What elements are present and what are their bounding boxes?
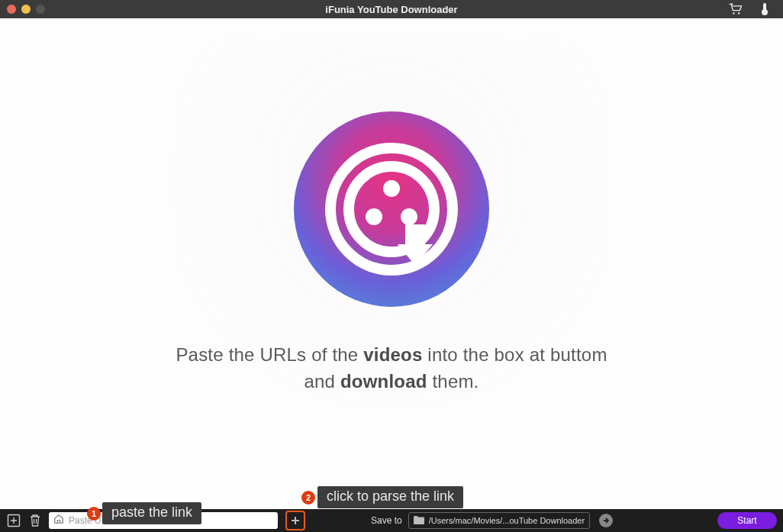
svg-point-3: [762, 9, 768, 15]
svg-point-4: [294, 111, 489, 307]
save-path-text: /Users/mac/Movies/...ouTube Downloader: [429, 516, 585, 525]
folder-icon: [414, 514, 424, 527]
titlebar: iFunia YouTube Downloader: [0, 0, 783, 18]
svg-point-7: [383, 180, 400, 197]
cart-icon[interactable]: [728, 2, 743, 17]
instruction-part: into the box at buttom: [423, 344, 607, 365]
tutorial-callout-2: click to parse the link: [317, 486, 463, 508]
home-icon[interactable]: [53, 514, 64, 527]
tutorial-callout-1: paste the link: [102, 502, 201, 524]
trash-icon[interactable]: [27, 513, 43, 528]
window-title: iFunia YouTube Downloader: [0, 4, 783, 15]
instruction-part: them.: [427, 371, 479, 392]
svg-point-1: [738, 12, 740, 14]
app-window: iFunia YouTube Downloader: [0, 0, 783, 532]
thermometer-icon[interactable]: [757, 2, 772, 17]
parse-url-button[interactable]: [285, 511, 305, 530]
main-content: Paste the URLs of the videos into the bo…: [0, 18, 783, 509]
traffic-lights: [7, 5, 45, 14]
instruction-part: Paste the URLs of the: [176, 344, 363, 365]
instruction-bold: download: [340, 371, 427, 392]
svg-point-9: [401, 208, 417, 225]
tutorial-badge-2: 2: [301, 491, 315, 505]
start-button[interactable]: Start: [717, 512, 777, 529]
svg-point-8: [366, 208, 382, 225]
close-window-button[interactable]: [7, 5, 16, 14]
tutorial-badge-1: 1: [87, 507, 101, 521]
svg-rect-10: [405, 224, 425, 244]
svg-point-0: [733, 12, 734, 14]
app-logo: [292, 110, 491, 311]
instruction-text: Paste the URLs of the videos into the bo…: [176, 342, 607, 395]
save-path-field[interactable]: /Users/mac/Movies/...ouTube Downloader: [408, 512, 590, 529]
save-to-label: Save to: [371, 515, 402, 526]
zoom-window-button[interactable]: [36, 5, 45, 14]
instruction-bold: videos: [363, 344, 422, 365]
instruction-part: and: [304, 371, 340, 392]
minimize-window-button[interactable]: [21, 5, 31, 14]
add-box-icon[interactable]: [6, 513, 21, 528]
open-folder-button[interactable]: [599, 514, 613, 527]
